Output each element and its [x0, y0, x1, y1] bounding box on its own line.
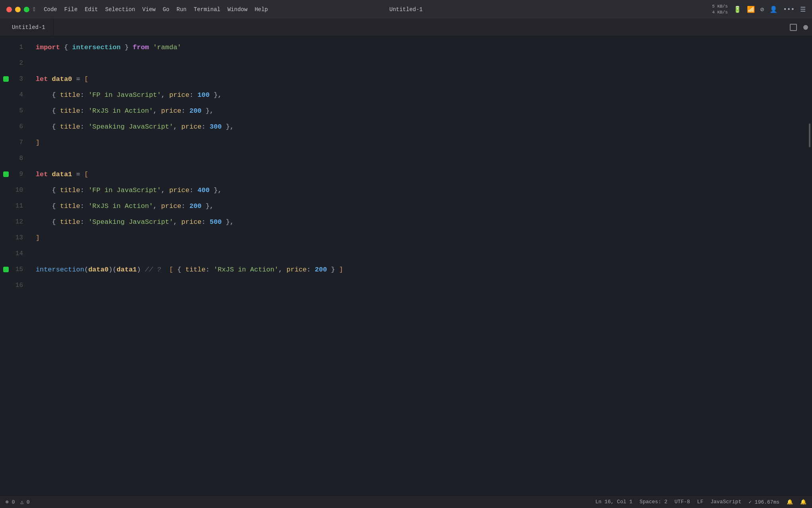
wifi-icon: 📶 — [747, 6, 755, 13]
close-button[interactable] — [6, 7, 12, 12]
warning-count: △ 0 — [20, 499, 29, 505]
code-line-4: { title: 'FP in JavaScript', price: 100 … — [28, 87, 807, 103]
indentation[interactable]: Spaces: 2 — [640, 499, 667, 505]
menu-help[interactable]: Help — [255, 6, 268, 13]
minimize-button[interactable] — [15, 7, 21, 12]
code-line-5: { title: 'RxJS in Action', price: 200 }, — [28, 103, 807, 119]
code-line-10: { title: 'FP in JavaScript', price: 400 … — [28, 182, 807, 198]
line-num-5: 5 — [0, 103, 28, 119]
menu-edit[interactable]: Edit — [85, 6, 98, 13]
menu-window[interactable]: Window — [228, 6, 247, 13]
tab-bar-right — [790, 24, 808, 31]
line-num-3: 3 — [0, 71, 28, 87]
notch-icon: ⊘ — [760, 6, 764, 13]
maximize-button[interactable] — [24, 7, 29, 12]
line-num-7: 7 — [0, 135, 28, 150]
scrollbar[interactable] — [807, 36, 812, 495]
settings-dot-icon[interactable] — [803, 25, 808, 30]
apple-menu[interactable]:  — [33, 6, 36, 13]
network-stat: 5 KB/s 4 KB/s — [712, 4, 728, 15]
tab-bar-left: Untitled-1 — [4, 19, 54, 36]
code-line-14 — [28, 246, 807, 262]
battery-icon: 🔋 — [733, 6, 741, 13]
cursor-position[interactable]: Ln 16, Col 1 — [595, 499, 632, 505]
list-icon: ☰ — [800, 6, 806, 13]
kb-down: 4 KB/s — [712, 10, 728, 15]
line-num-4: 4 — [0, 87, 28, 103]
traffic-lights[interactable] — [6, 7, 29, 12]
window-title: Untitled-1 — [389, 6, 423, 13]
tab-label: Untitled-1 — [12, 24, 45, 31]
code-line-3: let data0 = [ — [28, 71, 807, 87]
title-bar:  Code File Edit Selection View Go Run T… — [0, 0, 812, 19]
line-num-12: 12 — [0, 214, 28, 230]
editor: 1 2 3 4 5 6 7 8 9 10 11 12 13 14 15 16 i… — [0, 36, 812, 495]
menu-code[interactable]: Code — [44, 6, 57, 13]
menu-terminal[interactable]: Terminal — [194, 6, 220, 13]
split-editor-icon[interactable] — [790, 24, 797, 31]
code-line-16 — [28, 277, 807, 293]
line-num-13: 13 — [0, 230, 28, 246]
line-num-8: 8 — [0, 150, 28, 166]
profile-icon: 👤 — [770, 6, 778, 13]
title-bar-center: Untitled-1 — [270, 6, 542, 13]
feedback-icon[interactable]: 🔔 — [787, 499, 793, 505]
language-mode[interactable]: JavaScript — [710, 499, 741, 505]
performance-stat: ✓ 196.67ms — [749, 499, 779, 505]
line-num-2: 2 — [0, 55, 28, 71]
line-numbers: 1 2 3 4 5 6 7 8 9 10 11 12 13 14 15 16 — [0, 39, 28, 293]
menu-file[interactable]: File — [64, 6, 78, 13]
code-line-11: { title: 'RxJS in Action', price: 200 }, — [28, 198, 807, 214]
code-line-7: ] — [28, 135, 807, 150]
line-num-16: 16 — [0, 277, 28, 293]
line-num-6: 6 — [0, 119, 28, 135]
line-num-9: 9 — [0, 166, 28, 182]
menu-run[interactable]: Run — [176, 6, 186, 13]
menu-view[interactable]: View — [142, 6, 156, 13]
title-bar-right: 5 KB/s 4 KB/s 🔋 📶 ⊘ 👤 ••• ☰ — [542, 4, 806, 15]
tab-bar: Untitled-1 — [0, 19, 812, 36]
line-ending[interactable]: LF — [697, 499, 703, 505]
line-num-10: 10 — [0, 182, 28, 198]
code-line-9: let data1 = [ — [28, 166, 807, 182]
code-line-6: { title: 'Speaking JavaScript', price: 3… — [28, 119, 807, 135]
status-bar: ⊗ 0 △ 0 Ln 16, Col 1 Spaces: 2 UTF-8 LF … — [0, 495, 812, 508]
code-line-15: intersection(data0)(data1) // ? [ { titl… — [28, 262, 807, 277]
kb-up: 5 KB/s — [712, 4, 728, 9]
scrollbar-thumb[interactable] — [809, 123, 810, 147]
code-line-1: import { intersection } from 'ramda' — [28, 39, 807, 55]
code-line-2 — [28, 55, 807, 71]
gutter: 1 2 3 4 5 6 7 8 9 10 11 12 13 14 15 16 — [0, 36, 28, 495]
more-icon: ••• — [783, 6, 795, 13]
code-line-12: { title: 'Speaking JavaScript', price: 5… — [28, 214, 807, 230]
line-num-14: 14 — [0, 246, 28, 262]
file-encoding[interactable]: UTF-8 — [674, 499, 690, 505]
code-line-8 — [28, 150, 807, 166]
code-area[interactable]: import { intersection } from 'ramda' let… — [28, 36, 807, 495]
status-right: Ln 16, Col 1 Spaces: 2 UTF-8 LF JavaScri… — [595, 499, 806, 505]
line-num-1: 1 — [0, 39, 28, 55]
menu-bar:  Code File Edit Selection View Go Run T… — [33, 6, 268, 13]
line-num-11: 11 — [0, 198, 28, 214]
editor-tab[interactable]: Untitled-1 — [4, 19, 54, 36]
menu-go[interactable]: Go — [163, 6, 169, 13]
menu-selection[interactable]: Selection — [105, 6, 135, 13]
code-line-13: ] — [28, 230, 807, 246]
notification-icon[interactable]: 🔔 — [800, 499, 806, 505]
error-count: ⊗ 0 — [6, 499, 15, 505]
title-bar-left:  Code File Edit Selection View Go Run T… — [6, 6, 270, 13]
line-num-15: 15 — [0, 262, 28, 277]
status-left: ⊗ 0 △ 0 — [6, 499, 30, 505]
